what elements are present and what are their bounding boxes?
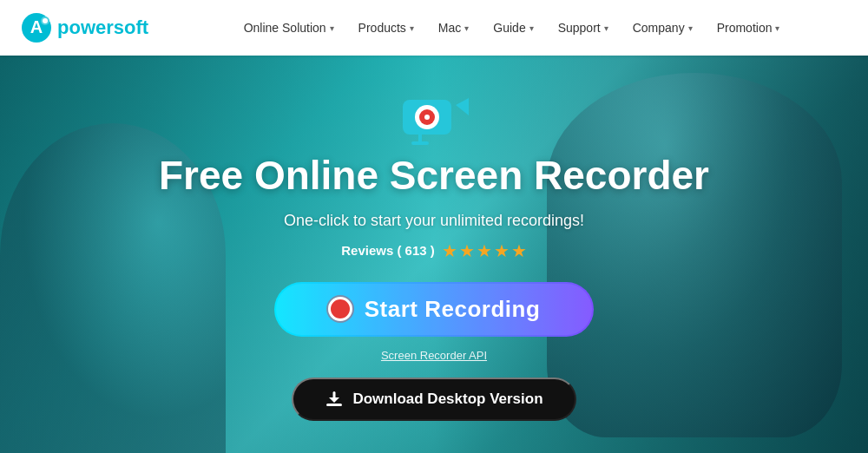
svg-marker-13 <box>329 397 339 403</box>
nav-item-label-support: Support <box>558 21 601 35</box>
download-icon <box>325 390 344 409</box>
svg-rect-10 <box>411 141 429 145</box>
record-dot-icon <box>328 297 352 321</box>
screen-recorder-icon <box>399 88 469 147</box>
start-recording-label: Start Recording <box>365 296 541 323</box>
nav-chevron-products: ▾ <box>410 23 414 33</box>
nav-chevron-promotion: ▾ <box>775 23 779 33</box>
star-1: ★ <box>442 240 457 261</box>
logo[interactable]: A powersoft <box>21 12 148 43</box>
logo-text: powersoft <box>57 16 148 39</box>
svg-point-3 <box>43 18 48 23</box>
svg-rect-11 <box>326 404 342 406</box>
nav-item-label-company: Company <box>633 21 685 35</box>
camera-icon-area <box>399 88 469 147</box>
nav-item-label-guide: Guide <box>493 21 525 35</box>
screen-recorder-api-link[interactable]: Screen Recorder API <box>381 349 487 362</box>
hero-section: Free Online Screen Recorder One-click to… <box>0 56 868 453</box>
apowersoft-logo-icon: A <box>21 12 52 43</box>
star-2: ★ <box>459 240 475 261</box>
reviews-row: Reviews ( 613 ) ★ ★ ★ ★ ★ <box>341 240 527 261</box>
nav-item-company[interactable]: Company ▾ <box>622 16 703 40</box>
nav-item-label-products: Products <box>358 21 406 35</box>
hero-title: Free Online Screen Recorder <box>159 154 709 198</box>
nav-chevron-mac: ▾ <box>464 23 469 33</box>
nav-item-mac[interactable]: Mac ▾ <box>428 16 479 40</box>
nav-item-support[interactable]: Support ▾ <box>548 16 619 40</box>
nav-chevron-online-solution: ▾ <box>330 23 334 33</box>
nav-chevron-company: ▾ <box>688 23 693 33</box>
star-5-half: ★ <box>511 240 527 261</box>
download-label: Download Desktop Version <box>352 391 542 408</box>
nav-item-guide[interactable]: Guide ▾ <box>483 16 543 40</box>
nav-item-promotion[interactable]: Promotion ▾ <box>707 16 791 40</box>
nav-item-label-promotion: Promotion <box>717 21 773 35</box>
nav-item-products[interactable]: Products ▾ <box>348 16 424 40</box>
star-3: ★ <box>477 240 492 261</box>
star-rating: ★ ★ ★ ★ ★ <box>442 240 527 261</box>
nav-item-online-solution[interactable]: Online Solution ▾ <box>233 16 345 40</box>
svg-marker-8 <box>456 98 469 115</box>
nav-item-label-online-solution: Online Solution <box>244 21 326 35</box>
download-desktop-button[interactable]: Download Desktop Version <box>292 378 575 421</box>
hero-content: Free Online Screen Recorder One-click to… <box>141 88 727 421</box>
nav-links: Online Solution ▾ Products ▾ Mac ▾ Guide… <box>176 16 847 40</box>
nav-item-label-mac: Mac <box>438 21 461 35</box>
navbar: A powersoft Online Solution ▾ Products ▾… <box>0 0 868 56</box>
star-4: ★ <box>494 240 510 261</box>
reviews-label: Reviews ( 613 ) <box>341 243 435 258</box>
start-recording-button[interactable]: Start Recording <box>274 282 595 337</box>
nav-chevron-guide: ▾ <box>529 23 534 33</box>
nav-chevron-support: ▾ <box>604 23 608 33</box>
hero-subtitle: One-click to start your unlimited record… <box>284 212 584 230</box>
svg-point-7 <box>424 115 430 120</box>
